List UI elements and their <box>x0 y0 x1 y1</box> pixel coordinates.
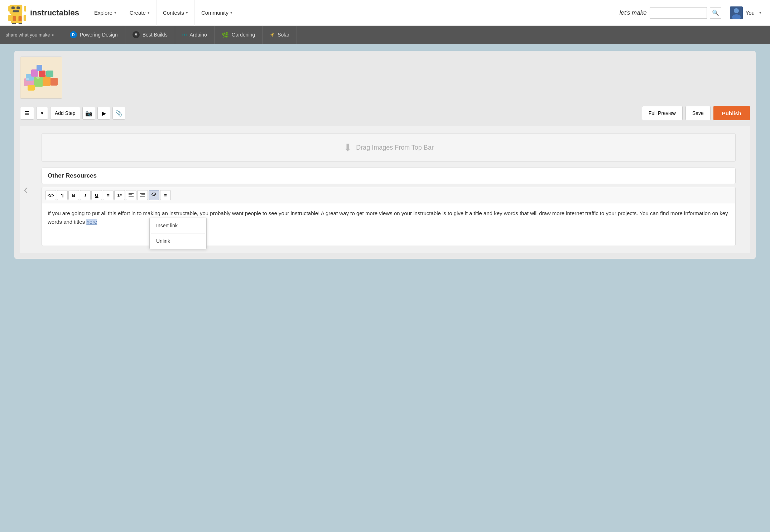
svg-rect-4 <box>8 6 10 11</box>
svg-rect-22 <box>39 71 45 77</box>
drag-arrow-icon: ⬇ <box>343 142 352 154</box>
logo[interactable]: instructables <box>6 1 79 24</box>
svg-rect-12 <box>19 23 23 24</box>
dropdown-arrow-button[interactable]: ▾ <box>36 107 48 120</box>
search-button[interactable]: 🔍 <box>710 7 721 19</box>
attachment-button[interactable]: 📎 <box>112 107 125 120</box>
drag-drop-area: ⬇ Drag Images From Top Bar <box>42 133 736 162</box>
thumbnail-image <box>20 57 62 99</box>
svg-point-27 <box>26 78 29 80</box>
bestbuilds-icon: ⛨ <box>133 31 140 38</box>
underline-btn[interactable]: U <box>91 190 102 200</box>
logo-text: instructables <box>30 8 79 18</box>
svg-rect-24 <box>37 65 42 71</box>
svg-rect-8 <box>19 16 22 21</box>
search-area: let's make 🔍 <box>620 7 721 19</box>
nav-solar[interactable]: ☀ Solar <box>263 26 297 44</box>
lets-make-label: let's make <box>620 9 647 16</box>
contests-chevron-icon: ▾ <box>186 10 188 15</box>
unlink-option[interactable]: Unlink <box>150 233 206 248</box>
community-chevron-icon: ▾ <box>230 10 232 15</box>
nav-arduino[interactable]: ∞ Arduino <box>175 26 215 44</box>
navbar: instructables Explore ▾ Create ▾ Contest… <box>0 0 770 26</box>
link-here[interactable]: here <box>86 219 97 225</box>
link-btn[interactable] <box>149 190 159 200</box>
align-right-icon <box>140 193 145 197</box>
italic-btn[interactable]: I <box>80 190 91 200</box>
gardening-icon: 🌿 <box>222 32 229 38</box>
svg-rect-33 <box>140 193 145 194</box>
second-navbar: share what you make > D Powering Design … <box>0 26 770 44</box>
svg-rect-9 <box>8 15 11 21</box>
format-btn[interactable]: ≡ <box>160 190 171 200</box>
bold-btn[interactable]: B <box>68 190 79 200</box>
user-area[interactable]: You ▾ <box>727 6 764 19</box>
nav-explore[interactable]: Explore ▾ <box>88 0 123 26</box>
video-button[interactable]: ▶ <box>97 107 110 120</box>
dropdown-arrow-icon: ▾ <box>41 110 43 116</box>
video-icon: ▶ <box>102 110 106 117</box>
paperclip-icon: 📎 <box>115 110 122 117</box>
svg-rect-35 <box>140 196 145 197</box>
avatar <box>730 6 743 19</box>
svg-rect-30 <box>129 194 132 195</box>
svg-rect-23 <box>46 71 53 77</box>
svg-rect-0 <box>10 4 23 14</box>
numbered-list-btn[interactable]: 1≡ <box>114 190 125 200</box>
full-preview-button[interactable]: Full Preview <box>642 106 683 120</box>
code-btn[interactable]: </> <box>45 190 56 200</box>
publish-button[interactable]: Publish <box>713 106 750 120</box>
solar-icon: ☀ <box>270 32 275 38</box>
section-title: Other Resources <box>48 172 97 179</box>
main-content: ☰ ▾ Add Step 📷 ▶ 📎 Full Pre <box>0 44 770 266</box>
save-button[interactable]: Save <box>685 106 711 120</box>
paragraph-btn[interactable]: ¶ <box>57 190 68 200</box>
svg-rect-26 <box>50 78 58 86</box>
back-arrow-icon[interactable]: ‹ <box>24 182 28 197</box>
list-button[interactable]: ☰ <box>20 107 34 120</box>
camera-icon: 📷 <box>85 110 92 117</box>
svg-rect-5 <box>24 6 26 11</box>
svg-rect-7 <box>13 16 16 21</box>
nav-best-builds[interactable]: ⛨ Best Builds <box>125 26 175 44</box>
nav-links: Explore ▾ Create ▾ Contests ▾ Community … <box>88 0 620 26</box>
editor-toolbar: </> ¶ B I U ≡ 1≡ <box>42 187 736 203</box>
toolbar-row: ☰ ▾ Add Step 📷 ▶ 📎 Full Pre <box>20 103 750 123</box>
toolbar-right: Full Preview Save Publish <box>642 106 750 120</box>
nav-gardening[interactable]: 🌿 Gardening <box>215 26 263 44</box>
nav-contests[interactable]: Contests ▾ <box>157 0 195 26</box>
project-thumbnail <box>20 57 62 99</box>
align-right-btn[interactable] <box>137 190 148 200</box>
user-chevron-icon: ▾ <box>759 10 761 15</box>
svg-rect-2 <box>16 6 20 9</box>
arduino-icon: ∞ <box>182 31 187 39</box>
create-chevron-icon: ▾ <box>148 10 150 15</box>
explore-chevron-icon: ▾ <box>114 10 116 15</box>
toolbar-left: ☰ ▾ Add Step 📷 ▶ 📎 <box>20 107 125 120</box>
svg-rect-31 <box>129 196 134 197</box>
user-label: You <box>746 10 755 16</box>
editor-content[interactable]: If you are going to put all this effort … <box>42 203 736 246</box>
camera-button[interactable]: 📷 <box>82 107 95 120</box>
logo-robot-icon <box>6 1 29 24</box>
user-avatar-img <box>730 6 743 19</box>
bullet-list-btn[interactable]: ≡ <box>103 190 114 200</box>
svg-rect-3 <box>13 10 19 12</box>
align-left-btn[interactable] <box>126 190 136 200</box>
align-left-icon <box>129 193 134 197</box>
nav-create[interactable]: Create ▾ <box>123 0 157 26</box>
editor-panel: ☰ ▾ Add Step 📷 ▶ 📎 Full Pre <box>14 51 756 259</box>
link-icon <box>151 193 157 198</box>
search-input[interactable] <box>650 7 707 19</box>
svg-point-28 <box>36 77 40 79</box>
nav-powering-design[interactable]: D Powering Design <box>63 26 125 44</box>
step-area: ‹ ⬇ Drag Images From Top Bar Other Resou… <box>20 126 750 253</box>
svg-rect-10 <box>24 15 26 21</box>
add-step-button[interactable]: Add Step <box>50 107 80 120</box>
thumbnail-row <box>20 57 750 99</box>
svg-rect-34 <box>141 194 145 195</box>
nav-community[interactable]: Community ▾ <box>195 0 239 26</box>
svg-rect-11 <box>12 23 16 24</box>
drag-label: Drag Images From Top Bar <box>356 144 434 151</box>
insert-link-option[interactable]: Insert link <box>150 218 206 233</box>
